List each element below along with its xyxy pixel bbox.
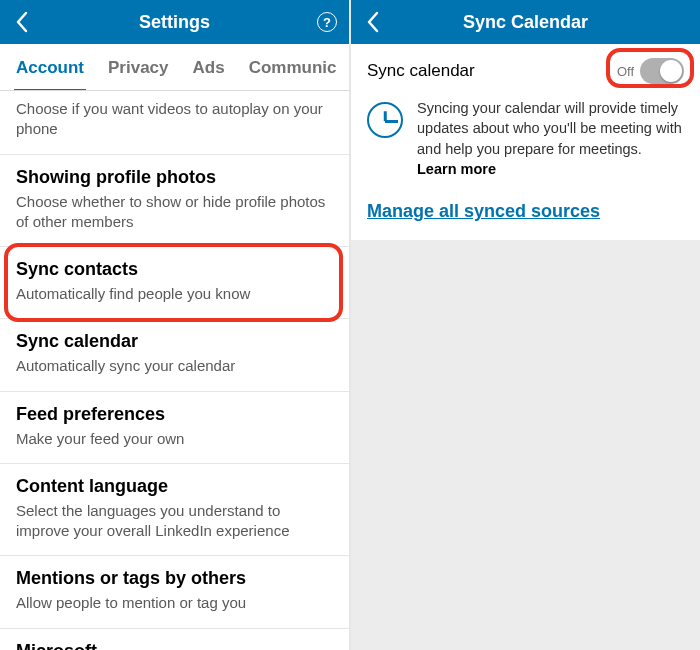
info-text-body: Syncing your calendar will provide timel…: [417, 100, 682, 157]
item-desc: Automatically sync your calendar: [16, 356, 333, 376]
item-title: Sync contacts: [16, 259, 333, 280]
item-microsoft[interactable]: Microsoft View Microsoft accounts you've: [0, 629, 349, 651]
item-title: Feed preferences: [16, 404, 333, 425]
settings-header: Settings ?: [0, 0, 349, 44]
sync-calendar-row: Sync calendar Off: [351, 44, 700, 98]
sync-info: Syncing your calendar will provide timel…: [351, 98, 700, 197]
back-button[interactable]: [0, 0, 44, 44]
manage-synced-sources-link[interactable]: Manage all synced sources: [351, 197, 700, 240]
tab-privacy[interactable]: Privacy: [96, 44, 181, 90]
item-desc: Make your feed your own: [16, 429, 333, 449]
item-content-language[interactable]: Content language Select the languages yo…: [0, 464, 349, 557]
item-showing-profile-photos[interactable]: Showing profile photos Choose whether to…: [0, 155, 349, 248]
prev-item-desc: Choose if you want videos to autoplay on…: [0, 91, 349, 155]
tab-ads[interactable]: Ads: [181, 44, 237, 90]
item-title: Content language: [16, 476, 333, 497]
sync-toggle-label: Sync calendar: [367, 61, 617, 81]
settings-tabs: Account Privacy Ads Communic: [0, 44, 349, 91]
item-sync-contacts[interactable]: Sync contacts Automatically find people …: [0, 247, 349, 319]
tab-account[interactable]: Account: [4, 44, 96, 90]
item-feed-preferences[interactable]: Feed preferences Make your feed your own: [0, 392, 349, 464]
sync-info-text: Syncing your calendar will provide timel…: [417, 98, 684, 179]
sync-calendar-header: Sync Calendar: [351, 0, 700, 44]
item-mentions-tags[interactable]: Mentions or tags by others Allow people …: [0, 556, 349, 628]
help-button[interactable]: ?: [305, 0, 349, 44]
item-desc: Allow people to mention or tag you: [16, 593, 333, 613]
clock-icon: [367, 102, 403, 138]
learn-more-link[interactable]: Learn more: [417, 161, 496, 177]
item-desc: Choose whether to show or hide profile p…: [16, 192, 333, 233]
item-sync-calendar[interactable]: Sync calendar Automatically sync your ca…: [0, 319, 349, 391]
item-title: Mentions or tags by others: [16, 568, 333, 589]
item-title: Showing profile photos: [16, 167, 333, 188]
help-icon: ?: [317, 12, 337, 32]
page-title: Sync Calendar: [351, 12, 700, 33]
item-desc: Automatically find people you know: [16, 284, 333, 304]
item-desc: Select the languages you understand to i…: [16, 501, 333, 542]
toggle-state-text: Off: [617, 64, 634, 79]
page-title: Settings: [0, 12, 349, 33]
settings-list: Choose if you want videos to autoplay on…: [0, 91, 349, 650]
toggle-knob: [660, 60, 682, 82]
back-button[interactable]: [351, 0, 395, 44]
sync-calendar-toggle[interactable]: [640, 58, 684, 84]
highlight-annotation: [4, 243, 343, 322]
item-title: Sync calendar: [16, 331, 333, 352]
empty-area: [351, 240, 700, 650]
item-title: Microsoft: [16, 641, 333, 651]
tab-communications[interactable]: Communic: [237, 44, 349, 90]
